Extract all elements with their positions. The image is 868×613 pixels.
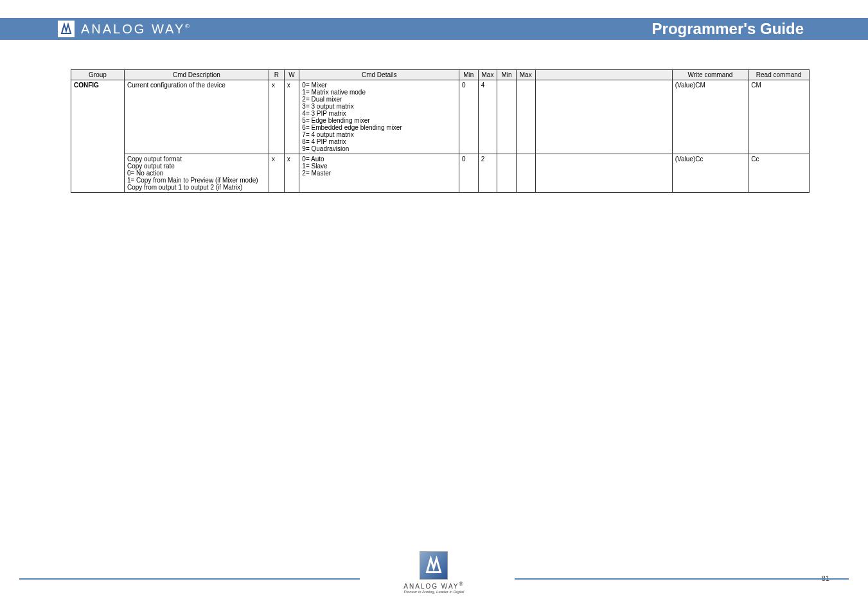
cell-text (535, 154, 672, 193)
cell-desc: Copy output format Copy output rate 0= N… (124, 154, 269, 193)
brand-text: ANALOG WAY® (81, 22, 190, 37)
cell-max2 (516, 80, 535, 154)
cell-desc: Current configuration of the device (124, 80, 269, 154)
th-details: Cmd Details (299, 70, 459, 80)
command-table: Group Cmd Description R W Cmd Details Mi… (71, 69, 810, 193)
page-title: Programmer's Guide (652, 20, 804, 38)
cell-write: (Value)CM (672, 80, 748, 154)
cell-w: x (284, 154, 299, 193)
cell-max1: 4 (478, 80, 497, 154)
th-r: R (269, 70, 284, 80)
th-max2: Max (516, 70, 535, 80)
footer-line-left (19, 578, 360, 580)
header-left: ANALOG WAY® (58, 21, 190, 37)
footer-tagline: Pioneer in Analog, Leader in Digital (403, 590, 464, 594)
cell-details: 0= Auto 1= Slave 2= Master (299, 154, 459, 193)
th-read: Read command (748, 70, 810, 80)
cell-w: x (284, 80, 299, 154)
cell-min2 (497, 154, 517, 193)
svg-marker-0 (62, 24, 71, 33)
cell-write: (Value)Cc (672, 154, 748, 193)
th-blank (535, 70, 672, 80)
table-row: Copy output format Copy output rate 0= N… (71, 154, 810, 193)
th-w: W (284, 70, 299, 80)
cell-read: Cc (748, 154, 810, 193)
cell-min2 (497, 80, 517, 154)
cell-r: x (269, 80, 284, 154)
th-max1: Max (478, 70, 497, 80)
th-write: Write command (672, 70, 748, 80)
cell-max2 (516, 154, 535, 193)
cell-r: x (269, 154, 284, 193)
th-desc: Cmd Description (124, 70, 269, 80)
header-bar: ANALOG WAY® Programmer's Guide (0, 18, 868, 40)
header-logo-icon (58, 21, 75, 37)
table-row: CONFIG Current configuration of the devi… (71, 80, 810, 154)
footer-cube-icon (420, 551, 448, 580)
cell-min1: 0 (459, 154, 479, 193)
cell-text (535, 80, 672, 154)
th-group: Group (71, 70, 125, 80)
footer-logo: ANALOG WAY® Pioneer in Analog, Leader in… (394, 551, 473, 594)
th-min2: Min (497, 70, 517, 80)
table-header-row: Group Cmd Description R W Cmd Details Mi… (71, 70, 810, 80)
cell-read: CM (748, 80, 810, 154)
footer-line-right (515, 578, 849, 580)
footer: ANALOG WAY® Pioneer in Analog, Leader in… (0, 549, 868, 594)
footer-brand: ANALOG WAY® (403, 581, 464, 590)
cell-min1: 0 (459, 80, 479, 154)
th-min1: Min (459, 70, 479, 80)
svg-marker-1 (427, 558, 441, 572)
cell-group: CONFIG (71, 80, 125, 193)
cell-max1: 2 (478, 154, 497, 193)
cell-details: 0= Mixer 1= Matrix native mode 2= Dual m… (299, 80, 459, 154)
